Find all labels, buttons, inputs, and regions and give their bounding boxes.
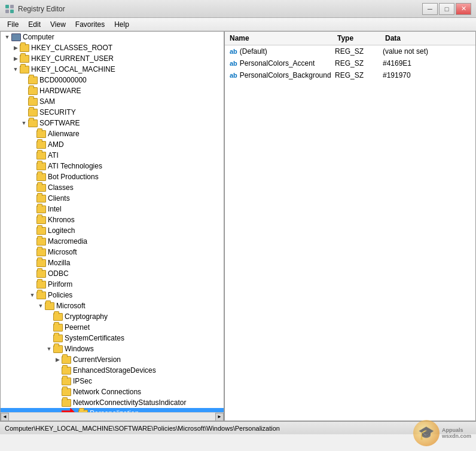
tree-node-hkcu[interactable]: ▶HKEY_CURRENT_USER (1, 53, 224, 64)
tree-node-netconnstat[interactable]: NetworkConnectivityStatusIndicator (1, 397, 224, 408)
expand-icon-ipsec[interactable] (53, 377, 62, 385)
menu-item-help[interactable]: Help (109, 19, 134, 30)
folder-icon-hkcu (20, 55, 29, 63)
expand-icon-syscerts[interactable] (45, 334, 53, 342)
tree-node-syscerts[interactable]: SystemCertificates (1, 333, 224, 343)
tree-node-ipsec[interactable]: IPSec (1, 376, 224, 386)
tree-node-clients[interactable]: Clients (1, 193, 224, 204)
scroll-track[interactable] (9, 413, 215, 421)
expand-icon-computer[interactable]: ▼ (3, 33, 11, 41)
expand-icon-hkcr[interactable]: ▶ (11, 44, 20, 52)
reg-row-1[interactable]: abPersonalColors_AccentREG_SZ#4169E1 (225, 57, 475, 69)
tree-node-khronos[interactable]: Khronos (1, 214, 224, 225)
close-button[interactable]: ✕ (456, 3, 471, 15)
scroll-right-button[interactable]: ► (215, 413, 224, 421)
tree-node-windows[interactable]: ▼Windows (1, 343, 224, 354)
restore-button[interactable]: □ (439, 3, 454, 15)
tree-node-odbc[interactable]: ODBC (1, 268, 224, 279)
tree-node-amd[interactable]: AMD (1, 139, 224, 150)
svg-rect-3 (10, 10, 14, 13)
tree-node-ati[interactable]: ATI (1, 150, 224, 161)
tree-scroll[interactable]: ▼Computer▶HKEY_CLASSES_ROOT▶HKEY_CURRENT… (1, 32, 224, 412)
horizontal-scrollbar[interactable]: ◄ ► (1, 412, 224, 421)
expand-icon-macromedia[interactable] (28, 237, 36, 246)
expand-icon-classes[interactable] (28, 183, 36, 192)
tree-node-currentver[interactable]: ▶CurrentVersion (1, 354, 224, 365)
tree-node-security[interactable]: SECURITY (1, 107, 224, 118)
expand-icon-intel[interactable] (28, 205, 36, 213)
node-label-currentver: CurrentVersion (73, 355, 121, 364)
tree-node-macromedia[interactable]: Macromedia (1, 236, 224, 247)
expand-icon-piriform[interactable] (28, 280, 36, 289)
tree-node-policies[interactable]: ▼Policies (1, 290, 224, 300)
tree-node-computer[interactable]: ▼Computer (1, 32, 224, 42)
tree-node-hkcr[interactable]: ▶HKEY_CLASSES_ROOT (1, 42, 224, 53)
tree-node-enhstorage[interactable]: EnhancedStorageDevices (1, 365, 224, 376)
folder-icon-clients (36, 195, 46, 203)
folder-icon-netconnstat (62, 399, 71, 407)
tree-node-hardware[interactable]: HARDWARE (1, 85, 224, 96)
expand-icon-alienware[interactable] (28, 130, 36, 138)
expand-icon-mozilla[interactable] (28, 259, 36, 267)
expand-icon-hklm[interactable]: ▼ (11, 65, 20, 73)
folder-icon-software (28, 119, 38, 127)
tree-node-bcd[interactable]: BCD00000000 (1, 75, 224, 85)
minimize-button[interactable]: ─ (422, 3, 438, 15)
type-column-header: Type (337, 34, 385, 42)
expand-icon-currentver[interactable]: ▶ (53, 355, 62, 364)
expand-icon-khronos[interactable] (28, 216, 36, 224)
expand-icon-ati[interactable] (28, 151, 36, 159)
expand-icon-clients[interactable] (28, 194, 36, 203)
expand-icon-sam[interactable] (20, 97, 28, 106)
tree-node-intel[interactable]: Intel (1, 204, 224, 214)
scroll-left-button[interactable]: ◄ (1, 413, 9, 421)
tree-node-ati_tech[interactable]: ATI Technologies (1, 161, 224, 171)
tree-node-pol_microsoft[interactable]: ▼Microsoft (1, 300, 224, 311)
folder-icon-khronos (36, 216, 46, 224)
expand-icon-windows[interactable]: ▼ (45, 345, 53, 353)
expand-icon-netconnstat[interactable] (53, 398, 62, 407)
expand-icon-bcd[interactable] (20, 76, 28, 84)
expand-icon-logitech[interactable] (28, 226, 36, 235)
menu-item-favorites[interactable]: Favorites (71, 19, 109, 30)
expand-icon-microsoft[interactable] (28, 248, 36, 256)
tree-node-personalization[interactable]: Personalization (1, 408, 224, 412)
folder-icon-hardware (28, 87, 38, 95)
expand-icon-netconn[interactable] (53, 388, 62, 396)
expand-icon-hkcu[interactable]: ▶ (11, 54, 20, 63)
expand-icon-enhstorage[interactable] (53, 366, 62, 375)
menu-item-view[interactable]: View (45, 19, 71, 30)
tree-node-sam[interactable]: SAM (1, 96, 224, 107)
expand-icon-security[interactable] (20, 108, 28, 116)
tree-node-cryptography[interactable]: Cryptography (1, 311, 224, 322)
expand-icon-policies[interactable]: ▼ (28, 291, 36, 299)
menu-item-file[interactable]: File (2, 19, 23, 30)
expand-icon-pol_microsoft[interactable]: ▼ (36, 302, 45, 310)
tree-node-netconn[interactable]: Network Connections (1, 386, 224, 397)
expand-icon-cryptography[interactable] (45, 312, 53, 321)
tree-node-logitech[interactable]: Logitech (1, 225, 224, 236)
expand-icon-hardware[interactable] (20, 87, 28, 95)
reg-row-2[interactable]: abPersonalColors_BackgroundREG_SZ#191970 (225, 69, 475, 81)
tree-node-piriform[interactable]: Piriform (1, 279, 224, 290)
tree-node-microsoft[interactable]: Microsoft (1, 247, 224, 257)
expand-icon-peernet[interactable] (45, 323, 53, 332)
expand-icon-odbc[interactable] (28, 269, 36, 278)
reg-row-0[interactable]: ab(Default)REG_SZ(value not set) (225, 45, 475, 57)
tree-node-peernet[interactable]: Peernet (1, 322, 224, 333)
tree-node-software[interactable]: ▼SOFTWARE (1, 118, 224, 128)
menu-item-edit[interactable]: Edit (23, 19, 45, 30)
tree-node-classes[interactable]: Classes (1, 182, 224, 193)
tree-node-alienware[interactable]: Alienware (1, 128, 224, 139)
tree-node-hklm[interactable]: ▼HKEY_LOCAL_MACHINE (1, 64, 224, 75)
folder-icon-bcd (28, 76, 38, 84)
expand-icon-software[interactable]: ▼ (20, 119, 28, 127)
expand-icon-bot_prod[interactable] (28, 173, 36, 181)
tree-node-bot_prod[interactable]: Bot Productions (1, 171, 224, 182)
node-label-macromedia: Macromedia (48, 237, 87, 246)
expand-icon-amd[interactable] (28, 140, 36, 149)
folder-icon-hkcr (20, 44, 29, 52)
expand-icon-ati_tech[interactable] (28, 162, 36, 170)
status-text: Computer\HKEY_LOCAL_MACHINE\SOFTWARE\Pol… (5, 425, 280, 432)
tree-node-mozilla[interactable]: Mozilla (1, 257, 224, 268)
